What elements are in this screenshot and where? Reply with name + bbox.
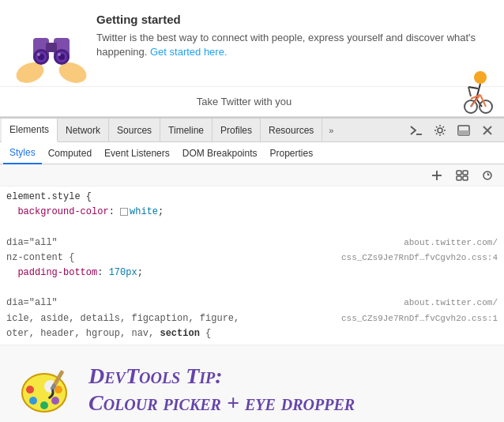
getting-started-content: Getting started Twitter is the best way … [96,13,488,59]
subtab-styles[interactable]: Styles [3,142,42,164]
subtab-properties[interactable]: Properties [263,142,319,164]
svg-point-43 [40,401,48,409]
tab-more-button[interactable]: » [322,119,340,142]
dock-icon-button[interactable] [453,120,474,141]
svg-point-11 [37,53,40,56]
tab-network[interactable]: Network [58,119,109,142]
css-line-6: padding-bottom: 170px; [6,266,498,281]
binoculars-illustration [16,16,87,87]
add-style-icon[interactable] [427,165,447,186]
svg-rect-27 [458,130,469,135]
getting-started-description: Twitter is the best way to connect with … [96,31,488,59]
svg-rect-34 [457,176,461,180]
css-line-9: icle, aside, details, figcaption, figure… [6,311,498,326]
terminal-icon-button[interactable] [406,120,427,141]
svg-rect-33 [463,171,468,175]
svg-point-41 [26,386,34,394]
css-line-3 [6,220,498,235]
css-line-1: element.style { [6,190,498,205]
css-line-5: nz-content { css_CZs9Je7RnDf…fvCgvh2o.cs… [6,251,498,266]
close-devtools-button[interactable] [477,120,498,141]
devtools-sub-tabs: Styles Computed Event Listeners DOM Brea… [0,142,504,164]
svg-rect-35 [463,176,468,180]
svg-point-25 [438,128,442,133]
tip-palette-icon [16,361,73,418]
twitter-figure-illustration [441,63,496,115]
svg-line-15 [468,87,478,89]
tip-title: DevTools Tip: Colour picker + eye droppe… [88,363,355,416]
devtools-tip-section: DevTools Tip: Colour picker + eye droppe… [0,345,504,422]
svg-rect-4 [46,43,57,52]
tip-text-container: DevTools Tip: Colour picker + eye droppe… [88,363,355,416]
devtools-panel: Elements Network Sources Timeline Profil… [0,117,504,422]
refresh-icon[interactable] [477,165,498,186]
subtab-dom-breakpoints[interactable]: DOM Breakpoints [176,142,264,164]
css-styles-panel: element.style { background-color: white;… [0,187,504,345]
tab-sources[interactable]: Sources [109,119,160,142]
tab-elements[interactable]: Elements [2,119,58,142]
tab-profiles[interactable]: Profiles [213,119,261,142]
css-line-7 [6,281,498,296]
get-started-link[interactable]: Get started here. [150,46,228,58]
twitter-top-section: Getting started Twitter is the best way … [0,0,504,117]
inspect-toolbar [0,164,504,187]
settings-icon-button[interactable] [430,120,450,141]
color-swatch-white[interactable] [120,208,128,216]
svg-point-42 [29,397,37,405]
css-line-2: background-color: white; [6,205,498,220]
getting-started-title: Getting started [96,13,488,26]
svg-point-12 [58,53,61,56]
svg-rect-32 [457,171,461,175]
svg-point-13 [474,71,487,84]
devtools-main-tabs: Elements Network Sources Timeline Profil… [0,119,504,142]
svg-point-44 [51,397,59,405]
subtab-computed[interactable]: Computed [42,142,98,164]
css-line-4: dia="all" about.twitter.com/ [6,235,498,251]
bottom-banner-text: Take Twitter with you [197,96,291,107]
devtools-toolbar-icons [406,120,502,141]
svg-marker-37 [487,172,490,175]
subtab-event-listeners[interactable]: Event Listeners [98,142,176,164]
twitter-bottom-banner: Take Twitter with you [0,86,504,116]
css-line-10: oter, header, hgroup, nav, section { [6,326,498,341]
tab-timeline[interactable]: Timeline [160,119,213,142]
toggle-classes-icon[interactable] [452,165,472,186]
tab-resources[interactable]: Resources [261,119,322,142]
svg-line-23 [468,87,471,96]
css-line-8: dia="all" about.twitter.com/ [6,296,498,311]
